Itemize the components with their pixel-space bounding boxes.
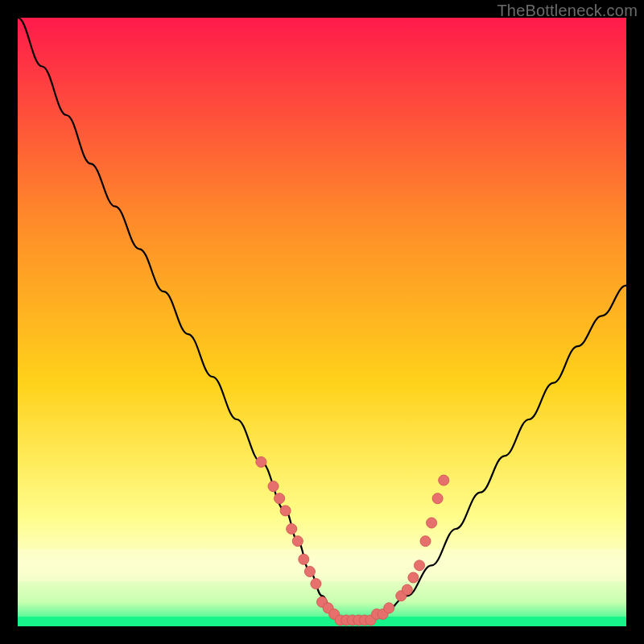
- curve-marker: [280, 506, 291, 516]
- curve-marker: [299, 554, 309, 564]
- curve-marker: [287, 524, 297, 535]
- curve-marker: [384, 603, 394, 613]
- curve-marker: [439, 475, 449, 485]
- curve-marker: [292, 536, 303, 547]
- gradient-background: [18, 18, 626, 626]
- curve-marker: [275, 493, 285, 504]
- curve-marker: [408, 572, 419, 583]
- chart-svg: [18, 18, 626, 626]
- light-band: [18, 549, 626, 581]
- chart-frame: [18, 18, 626, 626]
- curve-marker: [420, 536, 431, 547]
- curve-marker: [415, 560, 425, 571]
- curve-marker: [311, 579, 321, 589]
- curve-marker: [268, 481, 279, 492]
- curve-marker: [304, 567, 315, 577]
- curve-marker: [256, 456, 266, 467]
- curve-marker: [402, 584, 412, 595]
- bottom-green-band: [18, 617, 626, 626]
- curve-marker: [427, 518, 437, 528]
- curve-marker: [432, 493, 443, 504]
